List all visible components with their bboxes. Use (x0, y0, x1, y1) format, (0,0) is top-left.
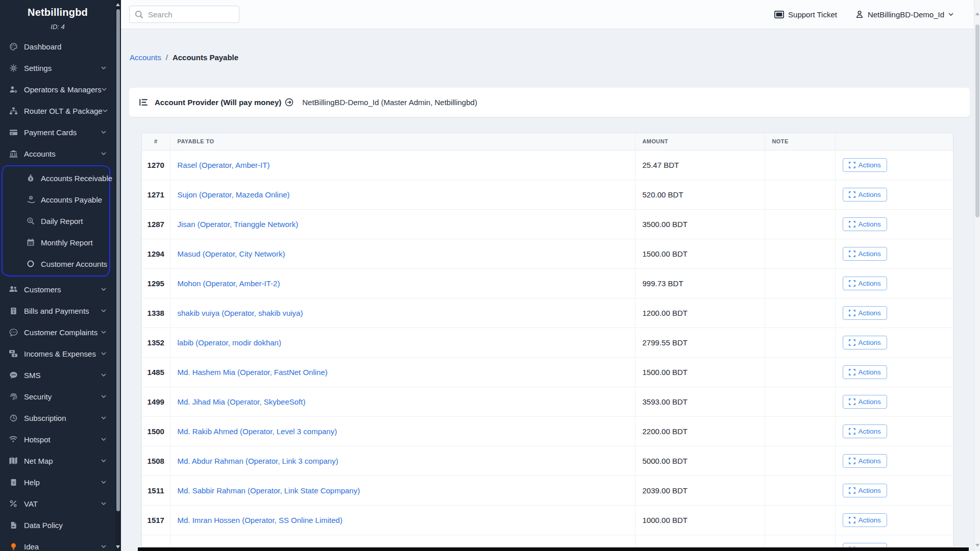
payable-to-link[interactable]: Md. Sabbir Rahman (Operator, Link State … (178, 486, 360, 495)
actions-button[interactable]: Actions (843, 336, 887, 349)
sidebar-item-incomes-expenses[interactable]: Incomes & Expenses (0, 343, 115, 364)
sidebar-item-label: Idea (24, 542, 39, 551)
chevron-down-icon (101, 545, 106, 548)
actions-button[interactable]: Actions (843, 306, 887, 320)
sidebar-item-accounts-payable[interactable]: $ Accounts Payable (3, 189, 109, 210)
sidebar-scrollbar[interactable] (115, 0, 121, 551)
sidebar-item-net-map[interactable]: Net Map (0, 450, 115, 471)
search-input[interactable] (148, 10, 234, 19)
sidebar-item-label: Settings (24, 64, 52, 72)
page-scrollbar-thumb[interactable] (975, 24, 979, 217)
actions-button[interactable]: Actions (843, 484, 887, 497)
actions-button[interactable]: Actions (843, 513, 887, 527)
actions-button[interactable]: Actions (843, 247, 887, 261)
sidebar-menu-top: Dashboard Settings Operators & Managers … (0, 36, 115, 164)
sidebar-item-daily-report[interactable]: $ Daily Report (3, 210, 109, 232)
table-row: 1287 Jisan (Operator, Trianggle Network)… (142, 209, 953, 239)
sidebar-item-security[interactable]: Security (0, 386, 115, 407)
sidebar-item-help[interactable]: ? Help (0, 471, 115, 493)
actions-button[interactable]: Actions (843, 365, 887, 379)
sidebar-item-customer-complaints[interactable]: Customer Complaints (0, 321, 115, 343)
sidebar-item-label: Accounts (24, 149, 56, 158)
expand-icon (849, 191, 855, 198)
sidebar-scrollbar-thumb[interactable] (116, 9, 120, 511)
sidebar-item-subscription[interactable]: Subscription (0, 407, 115, 429)
help-icon: ? (7, 479, 20, 486)
sidebar-item-hotspot[interactable]: Hotspot (0, 429, 115, 450)
actions-button[interactable]: Actions (843, 395, 887, 409)
row-id: 1294 (142, 239, 170, 268)
payable-to-link[interactable]: Md. Imran Hossen (Operator, SS Online Li… (178, 516, 342, 524)
sidebar-item-dashboard[interactable]: Dashboard (0, 36, 115, 57)
chevron-down-icon (101, 352, 106, 356)
table-row: 1508 Md. Abdur Rahman (Operator, Link 3 … (142, 446, 953, 475)
brand-title: Netbillingbd (0, 0, 115, 18)
map-icon (7, 456, 20, 465)
chevron-down-icon (101, 66, 106, 70)
sidebar-item-settings[interactable]: Settings (0, 57, 115, 79)
expand-icon (849, 369, 855, 375)
table-header-row: # PAYABLE TO AMOUNT NOTE (142, 133, 953, 150)
sidebar-item-data-policy[interactable]: Data Policy (0, 514, 115, 536)
payable-to-link[interactable]: shakib vuiya (Operator, shakib vuiya) (178, 309, 303, 317)
actions-button[interactable]: Actions (843, 454, 887, 468)
sidebar-item-label: Payment Cards (24, 128, 77, 137)
row-note (765, 209, 835, 239)
support-ticket-button[interactable]: Support Ticket (774, 10, 837, 19)
scroll-up-icon[interactable] (116, 3, 120, 6)
col-header-id: # (142, 133, 170, 150)
actions-button[interactable]: Actions (843, 424, 887, 438)
sidebar-item-sms[interactable]: SMS SMS (0, 364, 115, 386)
payable-to-link[interactable]: Masud (Operator, City Network) (178, 249, 285, 258)
bank-icon (7, 149, 20, 158)
sidebar-item-accounts[interactable]: Accounts (0, 143, 115, 164)
payable-to-link[interactable]: Md. Abdur Rahman (Operator, Link 3 compa… (178, 457, 338, 465)
payable-to-link[interactable]: Md. Rakib Ahmed (Operator, Level 3 compa… (178, 427, 337, 436)
breadcrumb-accounts-link[interactable]: Accounts (130, 53, 161, 62)
scroll-down-icon[interactable] (116, 545, 120, 548)
actions-button[interactable]: Actions (843, 543, 887, 548)
main-area: Support Ticket NetBillingBD-Demo_Id Acco… (121, 0, 980, 551)
page-scrollbar[interactable] (974, 0, 980, 551)
payable-to-link[interactable]: labib (Operator, modir dokhan) (178, 338, 281, 347)
sidebar-item-router-olt-package[interactable]: Router OLT & Package (0, 100, 115, 121)
sidebar-item-bills-and-payments[interactable]: $ Bills and Payments (0, 300, 115, 321)
payable-to-link[interactable]: Mohon (Operator, Amber-IT-2) (178, 279, 280, 288)
actions-button[interactable]: Actions (843, 217, 887, 231)
expand-icon (849, 428, 855, 435)
row-amount: 5000.00 BDT (635, 446, 765, 475)
sidebar-item-idea[interactable]: Idea (0, 536, 115, 551)
search-box[interactable] (129, 6, 239, 23)
sidebar-item-monthly-report[interactable]: Monthly Report (3, 232, 109, 253)
hand-dollar-icon: $ (24, 195, 37, 204)
sidebar-item-operators-managers[interactable]: Operators & Managers (0, 79, 115, 100)
sidebar-item-customers[interactable]: Customers (0, 279, 115, 300)
accounts-payable-table-card: # PAYABLE TO AMOUNT NOTE 1270 Rasel (Ope… (141, 133, 953, 547)
actions-button[interactable]: Actions (843, 158, 887, 172)
sidebar-item-vat[interactable]: VAT (0, 493, 115, 514)
scroll-up-icon[interactable] (975, 12, 979, 15)
payable-to-link[interactable]: Sujon (Operator, Mazeda Online) (178, 190, 290, 199)
row-note (765, 416, 835, 446)
sidebar-item-customer-accounts[interactable]: Customer Accounts (3, 253, 109, 274)
table-row: 1271 Sujon (Operator, Mazeda Online) 520… (142, 180, 953, 209)
table-row: 1582 Md. Jahangir Alam (Operator, Alpha … (142, 535, 953, 547)
payable-to-link[interactable]: Md. Jihad Mia (Operator, SkybeeSoft) (178, 397, 306, 406)
percent-icon (7, 499, 20, 508)
chevron-down-icon (101, 459, 106, 463)
user-menu[interactable]: NetBillingBD-Demo_Id (855, 10, 953, 19)
payable-to-link[interactable]: Rasel (Operator, Amber-IT) (178, 161, 270, 169)
payable-to-link[interactable]: Md. Hashem Mia (Operator, FastNet Online… (178, 368, 328, 377)
sidebar-item-label: VAT (24, 499, 38, 508)
sidebar-item-payment-cards[interactable]: Payment Cards (0, 121, 115, 143)
payable-to-link[interactable]: Jisan (Operator, Trianggle Network) (178, 220, 299, 229)
scroll-down-icon[interactable] (975, 544, 979, 547)
file-icon (7, 521, 20, 529)
actions-button[interactable]: Actions (843, 188, 887, 202)
actions-button[interactable]: Actions (843, 277, 887, 290)
actions-label: Actions (859, 191, 881, 198)
actions-label: Actions (859, 220, 881, 228)
sidebar-item-accounts-receivable[interactable]: $ Accounts Receivable (3, 167, 109, 189)
row-amount: 999.73 BDT (635, 268, 765, 298)
sidebar-item-label: Customer Complaints (24, 328, 97, 337)
